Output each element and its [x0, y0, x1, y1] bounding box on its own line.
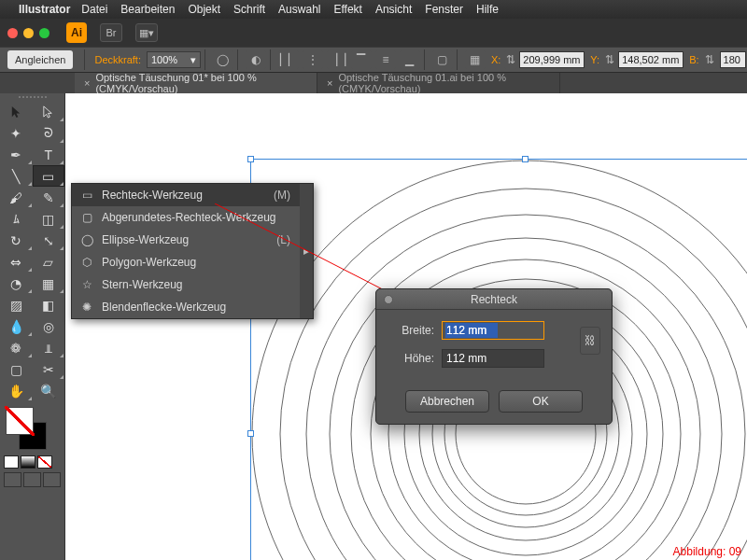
scale-tool[interactable]: ⤡	[33, 230, 65, 251]
artboard-tool[interactable]: ▢	[0, 358, 33, 380]
align-hcenter-icon[interactable]: ⋮	[303, 50, 323, 69]
width-tool[interactable]: ⇔	[0, 251, 33, 273]
shape-tool-flyout: ▭Rechteck-Werkzeug(M) ▢Abgerundetes-Rech…	[71, 183, 314, 319]
type-tool[interactable]: T	[33, 144, 65, 165]
panel-grip[interactable]	[0, 93, 64, 101]
opacity-input[interactable]: 100%▾	[147, 51, 201, 68]
color-mode-gradient[interactable]	[21, 455, 35, 469]
flyout-tearoff-icon[interactable]: ▸	[300, 184, 313, 318]
direct-selection-tool[interactable]	[33, 101, 65, 122]
align-top-icon[interactable]: ▔	[351, 50, 372, 69]
menu-datei[interactable]: Datei	[81, 3, 107, 16]
menu-ansicht[interactable]: Ansicht	[375, 3, 412, 16]
selection-tool[interactable]	[0, 101, 33, 122]
dialog-close-icon[interactable]	[384, 295, 393, 304]
pen-tool[interactable]: ✒	[0, 144, 33, 165]
menu-bearbeiten[interactable]: Bearbeiten	[120, 3, 175, 16]
width-input[interactable]	[442, 321, 544, 340]
draw-normal[interactable]	[4, 472, 21, 487]
bridge-button[interactable]: Br	[100, 23, 122, 42]
align-left-icon[interactable]: ▏▏	[278, 50, 299, 69]
fill-stroke-swatch[interactable]	[0, 401, 64, 452]
flyout-ellipse[interactable]: ◯Ellipse-Werkzeug(L)	[72, 229, 300, 251]
menu-fenster[interactable]: Fenster	[425, 3, 463, 16]
rounded-rectangle-icon: ▢	[79, 211, 94, 224]
flyout-abgerundetes-rechteck[interactable]: ▢Abgerundetes-Rechteck-Werkzeug	[72, 206, 300, 229]
menu-objekt[interactable]: Objekt	[188, 3, 220, 16]
b-stepper[interactable]: ⇅	[703, 50, 716, 69]
draw-behind[interactable]	[23, 472, 41, 487]
handle-tm[interactable]	[522, 156, 529, 162]
close-icon[interactable]	[7, 28, 18, 38]
align-bottom-icon[interactable]: ▁	[400, 50, 420, 69]
flyout-rechteck[interactable]: ▭Rechteck-Werkzeug(M)	[72, 184, 300, 206]
paintbrush-tool[interactable]: 🖌	[0, 187, 33, 208]
gradient-tool[interactable]: ◧	[33, 294, 65, 315]
polygon-icon: ⬡	[79, 256, 94, 269]
align-right-icon[interactable]: ▕▕	[327, 50, 347, 69]
transform-icon[interactable]: ▦	[465, 50, 486, 69]
hand-tool[interactable]: ✋	[0, 380, 33, 401]
menu-auswahl[interactable]: Auswahl	[278, 3, 320, 16]
free-transform-tool[interactable]: ▱	[33, 251, 65, 273]
eyedropper-tool[interactable]: 💧	[0, 315, 33, 337]
shape-builder-tool[interactable]: ◔	[0, 273, 33, 294]
perspective-tool[interactable]: ▦	[33, 273, 65, 294]
color-mode-row	[0, 452, 64, 472]
y-stepper[interactable]: ⇅	[603, 50, 616, 69]
draw-inside[interactable]	[43, 472, 61, 487]
line-tool[interactable]: ╲	[0, 165, 33, 187]
mesh-tool[interactable]: ▨	[0, 294, 33, 315]
eraser-tool[interactable]: ◫	[33, 208, 65, 230]
handle-tl[interactable]	[247, 156, 254, 162]
constrain-link-icon[interactable]: ⛓	[580, 327, 600, 355]
pencil-tool[interactable]: ✎	[33, 187, 65, 208]
height-input[interactable]	[442, 349, 544, 368]
menu-app-name[interactable]: Illustrator	[19, 3, 70, 16]
symbol-sprayer-tool[interactable]: ❁	[0, 337, 33, 358]
ok-button[interactable]: OK	[499, 390, 583, 413]
zoom-icon[interactable]	[39, 28, 49, 38]
blend-tool[interactable]: ◎	[33, 315, 65, 337]
recolor-icon[interactable]: ◐	[246, 50, 266, 69]
ellipse-icon: ◯	[79, 233, 94, 246]
slice-tool[interactable]: ✂	[33, 358, 65, 380]
magic-wand-tool[interactable]: ✦	[0, 122, 33, 144]
zoom-tool[interactable]: 🔍	[33, 380, 65, 401]
b-input[interactable]: 180	[720, 51, 746, 68]
flyout-polygon[interactable]: ⬡Polygon-Werkzeug	[72, 251, 300, 273]
rotate-tool[interactable]: ↻	[0, 230, 33, 251]
blob-brush-tool[interactable]: ﾑ	[0, 208, 33, 230]
color-mode-none[interactable]	[37, 455, 52, 469]
x-input[interactable]: 209,999 mm	[519, 51, 585, 68]
align-vcenter-icon[interactable]: ≡	[375, 50, 396, 69]
menu-effekt[interactable]: Effekt	[333, 3, 361, 16]
app-badge: Ai	[66, 22, 87, 43]
y-input[interactable]: 148,502 mm	[618, 51, 684, 68]
fill-swatch[interactable]	[6, 407, 34, 435]
handle-ml[interactable]	[247, 430, 254, 437]
tab-close-icon[interactable]: ×	[84, 77, 90, 89]
color-mode-color[interactable]	[4, 455, 19, 469]
menu-schrift[interactable]: Schrift	[233, 3, 265, 16]
cancel-button[interactable]: Abbrechen	[405, 390, 489, 413]
document-tab-1[interactable]: ×Optische Täuschung 01* bei 100 % (CMYK/…	[75, 73, 317, 93]
lasso-tool[interactable]: ᘐ	[33, 122, 65, 144]
tab-close-icon[interactable]: ×	[327, 77, 332, 89]
style-icon[interactable]: ◯	[213, 50, 233, 69]
figure-caption: Abbildung: 09	[673, 545, 741, 558]
minimize-icon[interactable]	[23, 28, 34, 38]
shape-mode-icon[interactable]: ▢	[432, 50, 453, 69]
rectangle-tool[interactable]: ▭	[33, 165, 65, 187]
document-tab-2[interactable]: ×Optische Täuschung 01.ai bei 100 % (CMY…	[317, 73, 560, 93]
flyout-blendenflecke[interactable]: ✺Blendenflecke-Werkzeug	[72, 296, 300, 318]
arrange-docs-button[interactable]: ▦▾	[135, 23, 158, 42]
dialog-titlebar[interactable]: Rechteck	[376, 289, 612, 310]
graph-tool[interactable]: ⫫	[33, 337, 65, 358]
x-stepper[interactable]: ⇅	[504, 50, 517, 69]
flare-icon: ✺	[79, 301, 94, 314]
tab-strip: ×Optische Täuschung 01* bei 100 % (CMYK/…	[0, 73, 747, 93]
menu-hilfe[interactable]: Hilfe	[476, 3, 499, 16]
flyout-stern[interactable]: ☆Stern-Werkzeug	[72, 273, 300, 296]
align-label[interactable]: Angleichen	[7, 50, 73, 69]
